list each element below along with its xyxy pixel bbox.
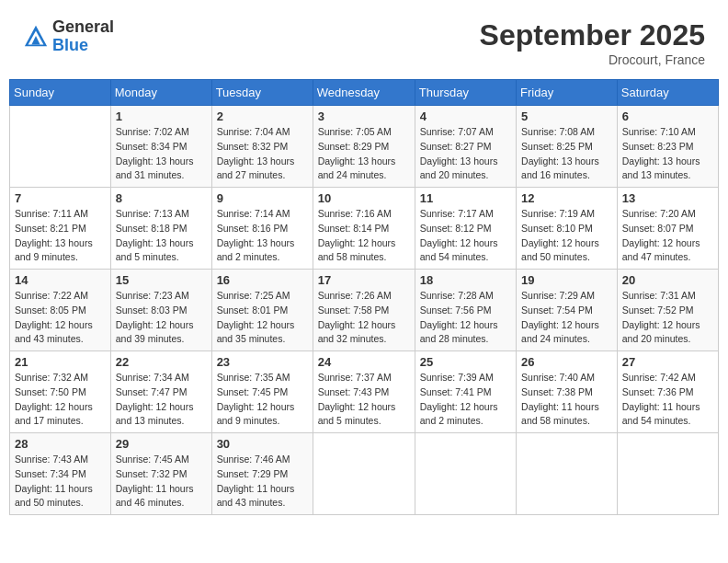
day-info: Sunrise: 7:23 AMSunset: 8:03 PMDaylight:… <box>116 289 207 347</box>
day-number: 4 <box>420 109 511 123</box>
day-number: 5 <box>521 109 612 123</box>
day-info: Sunrise: 7:13 AMSunset: 8:18 PMDaylight:… <box>116 207 207 265</box>
calendar-cell <box>313 433 415 515</box>
day-info: Sunrise: 7:43 AMSunset: 7:34 PMDaylight:… <box>15 453 106 511</box>
logo-text: General Blue <box>52 18 114 55</box>
calendar-cell: 14Sunrise: 7:22 AMSunset: 8:05 PMDayligh… <box>10 270 111 351</box>
day-info: Sunrise: 7:25 AMSunset: 8:01 PMDaylight:… <box>217 289 308 347</box>
day-info: Sunrise: 7:17 AMSunset: 8:12 PMDaylight:… <box>420 207 511 265</box>
day-info: Sunrise: 7:46 AMSunset: 7:29 PMDaylight:… <box>217 453 308 511</box>
day-info: Sunrise: 7:20 AMSunset: 8:07 PMDaylight:… <box>622 207 713 265</box>
day-info: Sunrise: 7:40 AMSunset: 7:38 PMDaylight:… <box>521 371 612 429</box>
calendar-day-header: Thursday <box>415 80 516 106</box>
day-info: Sunrise: 7:32 AMSunset: 7:50 PMDaylight:… <box>15 371 106 429</box>
day-number: 20 <box>622 273 713 287</box>
calendar-week-row: 28Sunrise: 7:43 AMSunset: 7:34 PMDayligh… <box>10 433 719 515</box>
day-info: Sunrise: 7:37 AMSunset: 7:43 PMDaylight:… <box>318 371 410 429</box>
calendar-cell: 18Sunrise: 7:28 AMSunset: 7:56 PMDayligh… <box>415 270 516 351</box>
calendar-cell <box>10 106 111 188</box>
calendar-day-header: Monday <box>110 80 211 106</box>
logo-blue: Blue <box>52 37 114 55</box>
day-info: Sunrise: 7:29 AMSunset: 7:54 PMDaylight:… <box>521 289 612 347</box>
day-number: 22 <box>116 355 207 369</box>
calendar-week-row: 1Sunrise: 7:02 AMSunset: 8:34 PMDaylight… <box>10 106 719 188</box>
calendar-day-header: Tuesday <box>211 80 313 106</box>
day-info: Sunrise: 7:16 AMSunset: 8:14 PMDaylight:… <box>318 207 410 265</box>
day-info: Sunrise: 7:34 AMSunset: 7:47 PMDaylight:… <box>116 371 207 429</box>
calendar-day-header: Saturday <box>617 80 718 106</box>
day-info: Sunrise: 7:35 AMSunset: 7:45 PMDaylight:… <box>217 371 308 429</box>
day-number: 2 <box>217 109 308 123</box>
day-number: 19 <box>521 273 612 287</box>
calendar-cell: 26Sunrise: 7:40 AMSunset: 7:38 PMDayligh… <box>517 351 618 433</box>
calendar-cell: 10Sunrise: 7:16 AMSunset: 8:14 PMDayligh… <box>313 188 415 270</box>
calendar-cell: 7Sunrise: 7:11 AMSunset: 8:21 PMDaylight… <box>10 188 111 270</box>
day-number: 1 <box>116 109 207 123</box>
day-number: 12 <box>521 191 612 205</box>
calendar-cell: 30Sunrise: 7:46 AMSunset: 7:29 PMDayligh… <box>211 433 313 515</box>
day-number: 13 <box>622 191 713 205</box>
logo-general: General <box>52 18 114 37</box>
calendar-day-header: Sunday <box>10 80 111 106</box>
day-number: 11 <box>420 191 511 205</box>
day-number: 14 <box>15 273 106 287</box>
day-info: Sunrise: 7:10 AMSunset: 8:23 PMDaylight:… <box>622 125 713 183</box>
calendar-header-row: SundayMondayTuesdayWednesdayThursdayFrid… <box>10 80 719 106</box>
day-info: Sunrise: 7:39 AMSunset: 7:41 PMDaylight:… <box>420 371 511 429</box>
day-info: Sunrise: 7:04 AMSunset: 8:32 PMDaylight:… <box>217 125 308 183</box>
calendar-cell: 9Sunrise: 7:14 AMSunset: 8:16 PMDaylight… <box>211 188 313 270</box>
calendar-cell: 25Sunrise: 7:39 AMSunset: 7:41 PMDayligh… <box>415 351 516 433</box>
page-header: General Blue September 2025 Drocourt, Fr… <box>9 9 719 72</box>
calendar-week-row: 14Sunrise: 7:22 AMSunset: 8:05 PMDayligh… <box>10 270 719 351</box>
calendar-cell: 6Sunrise: 7:10 AMSunset: 8:23 PMDaylight… <box>617 106 718 188</box>
day-number: 18 <box>420 273 511 287</box>
day-info: Sunrise: 7:45 AMSunset: 7:32 PMDaylight:… <box>116 453 207 511</box>
title-block: September 2025 Drocourt, France <box>480 18 705 67</box>
day-number: 29 <box>116 437 207 451</box>
day-number: 15 <box>116 273 207 287</box>
day-info: Sunrise: 7:19 AMSunset: 8:10 PMDaylight:… <box>521 207 612 265</box>
calendar-cell: 29Sunrise: 7:45 AMSunset: 7:32 PMDayligh… <box>110 433 211 515</box>
calendar-cell: 27Sunrise: 7:42 AMSunset: 7:36 PMDayligh… <box>617 351 718 433</box>
month-title: September 2025 <box>480 18 705 52</box>
calendar-cell: 20Sunrise: 7:31 AMSunset: 7:52 PMDayligh… <box>617 270 718 351</box>
day-number: 16 <box>217 273 308 287</box>
calendar-cell: 23Sunrise: 7:35 AMSunset: 7:45 PMDayligh… <box>211 351 313 433</box>
calendar-cell: 19Sunrise: 7:29 AMSunset: 7:54 PMDayligh… <box>517 270 618 351</box>
day-info: Sunrise: 7:05 AMSunset: 8:29 PMDaylight:… <box>318 125 410 183</box>
calendar-day-header: Friday <box>517 80 618 106</box>
day-info: Sunrise: 7:28 AMSunset: 7:56 PMDaylight:… <box>420 289 511 347</box>
calendar-cell: 1Sunrise: 7:02 AMSunset: 8:34 PMDaylight… <box>110 106 211 188</box>
calendar-cell: 15Sunrise: 7:23 AMSunset: 8:03 PMDayligh… <box>110 270 211 351</box>
day-number: 23 <box>217 355 308 369</box>
day-info: Sunrise: 7:26 AMSunset: 7:58 PMDaylight:… <box>318 289 410 347</box>
calendar-cell: 17Sunrise: 7:26 AMSunset: 7:58 PMDayligh… <box>313 270 415 351</box>
calendar-cell: 11Sunrise: 7:17 AMSunset: 8:12 PMDayligh… <box>415 188 516 270</box>
calendar-table: SundayMondayTuesdayWednesdayThursdayFrid… <box>9 79 719 515</box>
day-number: 21 <box>15 355 106 369</box>
day-number: 28 <box>15 437 106 451</box>
calendar-cell: 5Sunrise: 7:08 AMSunset: 8:25 PMDaylight… <box>517 106 618 188</box>
calendar-cell: 2Sunrise: 7:04 AMSunset: 8:32 PMDaylight… <box>211 106 313 188</box>
day-info: Sunrise: 7:14 AMSunset: 8:16 PMDaylight:… <box>217 207 308 265</box>
day-number: 17 <box>318 273 410 287</box>
location: Drocourt, France <box>480 52 705 67</box>
day-number: 9 <box>217 191 308 205</box>
calendar-day-header: Wednesday <box>313 80 415 106</box>
calendar-cell: 21Sunrise: 7:32 AMSunset: 7:50 PMDayligh… <box>10 351 111 433</box>
calendar-cell: 8Sunrise: 7:13 AMSunset: 8:18 PMDaylight… <box>110 188 211 270</box>
day-number: 10 <box>318 191 410 205</box>
calendar-cell: 3Sunrise: 7:05 AMSunset: 8:29 PMDaylight… <box>313 106 415 188</box>
calendar-cell: 4Sunrise: 7:07 AMSunset: 8:27 PMDaylight… <box>415 106 516 188</box>
day-info: Sunrise: 7:22 AMSunset: 8:05 PMDaylight:… <box>15 289 106 347</box>
calendar-cell: 12Sunrise: 7:19 AMSunset: 8:10 PMDayligh… <box>517 188 618 270</box>
calendar-cell: 13Sunrise: 7:20 AMSunset: 8:07 PMDayligh… <box>617 188 718 270</box>
day-info: Sunrise: 7:07 AMSunset: 8:27 PMDaylight:… <box>420 125 511 183</box>
day-info: Sunrise: 7:11 AMSunset: 8:21 PMDaylight:… <box>15 207 106 265</box>
day-info: Sunrise: 7:42 AMSunset: 7:36 PMDaylight:… <box>622 371 713 429</box>
day-number: 24 <box>318 355 410 369</box>
calendar-cell <box>517 433 618 515</box>
calendar-cell: 22Sunrise: 7:34 AMSunset: 7:47 PMDayligh… <box>110 351 211 433</box>
calendar-cell: 24Sunrise: 7:37 AMSunset: 7:43 PMDayligh… <box>313 351 415 433</box>
day-number: 8 <box>116 191 207 205</box>
